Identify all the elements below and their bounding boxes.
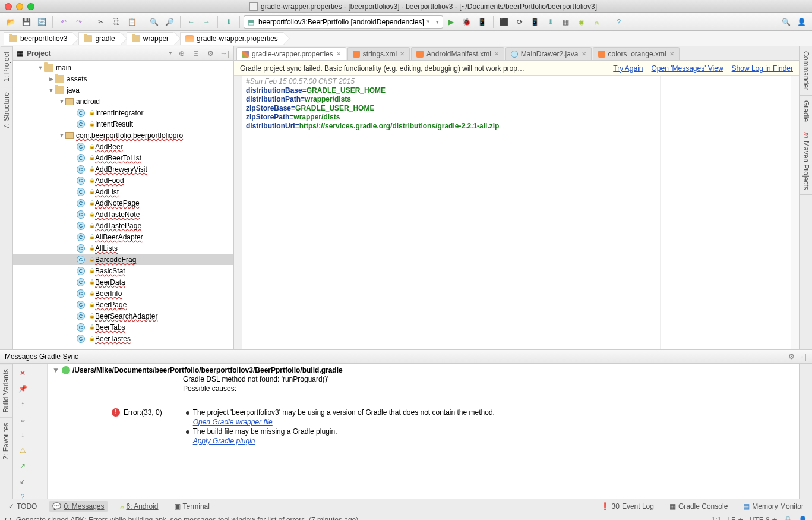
android-button[interactable]: ◉: [574, 15, 589, 29]
breadcrumb-item[interactable]: beerportfoliov3: [4, 32, 72, 45]
run-button[interactable]: ▶: [444, 15, 459, 29]
editor-tab[interactable]: MainDrawer2.java✕: [505, 47, 592, 60]
close-icon[interactable]: ✕: [15, 366, 30, 380]
export-button[interactable]: ↗: [15, 459, 30, 473]
forward-button[interactable]: →: [200, 15, 214, 29]
tree-package-android[interactable]: ▼android: [13, 96, 233, 107]
tree-class[interactable]: C🔒BeerInfo: [13, 288, 233, 299]
sync-button[interactable]: 🔄: [34, 15, 49, 29]
show-log-link[interactable]: Show Log in Finder: [732, 64, 793, 73]
line-separator[interactable]: LF ≑: [727, 516, 743, 521]
editor-tab[interactable]: colors_orange.xml✕: [593, 47, 680, 60]
tree-package-main[interactable]: ▼com.beerportfolio.beerportfoliopro: [13, 130, 233, 141]
favorites-tab[interactable]: 2: Favorites: [0, 417, 12, 465]
tree-class[interactable]: C🔒AddTasteNote: [13, 209, 233, 220]
filter-icon[interactable]: ⏛: [15, 412, 30, 427]
view-dropdown[interactable]: ▼: [168, 51, 173, 56]
tree-class[interactable]: C🔒IntentResult: [13, 118, 233, 130]
open-wrapper-file-link[interactable]: Open Gradle wrapper file: [193, 418, 273, 426]
build-variants-tab[interactable]: Build Variants: [0, 364, 12, 417]
warning-icon[interactable]: ⚠: [15, 443, 30, 458]
editor-tab[interactable]: AndroidManifest.xml✕: [411, 47, 504, 60]
undo-button[interactable]: ↶: [56, 15, 71, 29]
file-encoding[interactable]: UTF-8 ≑: [750, 516, 778, 521]
open-messages-link[interactable]: Open 'Messages' View: [652, 64, 723, 73]
find-button[interactable]: 🔍: [147, 15, 161, 29]
run-config-selector[interactable]: beerportfoliov3:BeerPprtfolio [androidDe…: [244, 15, 443, 29]
gradle-tool-tab[interactable]: Gradle: [800, 96, 812, 127]
search-everywhere-button[interactable]: 🔍: [779, 15, 793, 29]
hide-button[interactable]: →|: [797, 351, 807, 362]
lock-icon[interactable]: 🔓: [783, 516, 792, 521]
tree-class[interactable]: C🔒AllLists: [13, 242, 233, 254]
cursor-position[interactable]: 1:1: [712, 516, 722, 521]
zoom-window-button[interactable]: [27, 3, 34, 10]
breadcrumb-item[interactable]: gradle-wrapper.properties: [180, 32, 283, 45]
close-tab-icon[interactable]: ✕: [336, 51, 341, 57]
inspector-icon[interactable]: 👤: [798, 516, 807, 521]
settings-icon[interactable]: ⚙: [205, 48, 216, 59]
copy-button[interactable]: ⿻: [109, 15, 124, 29]
editor-tab[interactable]: strings.xml✕: [347, 47, 410, 60]
tree-class[interactable]: C🔒AddBeerToList: [13, 152, 233, 163]
settings-icon[interactable]: ⚙: [786, 351, 797, 362]
save-button[interactable]: 💾: [19, 15, 33, 29]
gradle-console-tab[interactable]: ▦ Gradle Console: [666, 501, 731, 512]
commander-tool-tab[interactable]: Commander: [800, 46, 812, 96]
close-tab-icon[interactable]: ✕: [582, 51, 586, 57]
apply-plugin-link[interactable]: Apply Gradle plugin: [193, 437, 255, 445]
android-icon[interactable]: ⍝: [590, 15, 604, 29]
tree-class[interactable]: C🔒IntentIntegrator: [13, 107, 233, 118]
tree-class[interactable]: C🔒AllBeerAdapter: [13, 231, 233, 242]
status-icon[interactable]: ▢: [5, 516, 11, 521]
code-editor[interactable]: #Sun Feb 15 00:57:00 ChST 2015 distribut…: [234, 76, 799, 349]
debug-button[interactable]: 🐞: [460, 15, 474, 29]
tree-class[interactable]: C🔒AddBeer: [13, 141, 233, 152]
tree-class[interactable]: C🔒AddList: [13, 186, 233, 197]
tree-class[interactable]: C🔒BeerTastes: [13, 333, 233, 344]
back-button[interactable]: ←: [184, 15, 198, 29]
tree-class[interactable]: C🔒AddNotePage: [13, 197, 233, 209]
try-again-link[interactable]: Try Again: [613, 64, 643, 73]
redo-button[interactable]: ↷: [72, 15, 86, 29]
messages-tab[interactable]: 💬 0: Messages: [49, 501, 108, 512]
code-content[interactable]: #Sun Feb 15 00:57:00 ChST 2015 distribut…: [242, 76, 660, 349]
structure-tool-tab[interactable]: 7: Structure: [1, 87, 12, 134]
next-error-button[interactable]: ↓: [15, 428, 30, 442]
avd-manager-button[interactable]: 📱: [528, 15, 542, 29]
sync-gradle-button[interactable]: ⟳: [513, 15, 527, 29]
tree-class[interactable]: C🔒BarcodeFrag: [13, 254, 233, 265]
tree-folder-java[interactable]: ▼java: [13, 84, 233, 96]
terminal-tab[interactable]: ▣ Terminal: [170, 501, 213, 512]
user-button[interactable]: 👤: [794, 15, 808, 29]
messages-content[interactable]: ▼ /Users/Mike/Documents/beerPortfolio/be…: [48, 364, 799, 499]
tree-class[interactable]: C🔒BeerTabs: [13, 322, 233, 333]
tree-class[interactable]: C🔒AddFood: [13, 175, 233, 186]
android-tab[interactable]: ⍝ 6: Android: [116, 501, 162, 512]
project-tool-tab[interactable]: 1: Project: [1, 46, 12, 87]
project-tree[interactable]: ▼main ▶assets ▼java ▼android C🔒IntentInt…: [13, 61, 233, 349]
tree-class[interactable]: C🔒BeerPage: [13, 299, 233, 310]
tree-class[interactable]: C🔒BeerData: [13, 276, 233, 288]
tree-folder-assets[interactable]: ▶assets: [13, 73, 233, 84]
replace-button[interactable]: 🔎: [162, 15, 176, 29]
maven-tool-tab[interactable]: m Maven Projects: [800, 127, 812, 195]
attach-debugger-button[interactable]: 📱: [475, 15, 489, 29]
memory-monitor-tab[interactable]: ▤ Memory Monitor: [740, 501, 807, 512]
close-tab-icon[interactable]: ✕: [494, 51, 499, 57]
prev-error-button[interactable]: ↑: [15, 397, 30, 411]
sdk-manager-button[interactable]: ⬇: [544, 15, 558, 29]
breadcrumb-item[interactable]: wrapper: [127, 32, 174, 45]
ddms-button[interactable]: ▦: [559, 15, 573, 29]
close-window-button[interactable]: [5, 3, 12, 10]
editor-tab[interactable]: gradle-wrapper.properties✕: [236, 47, 346, 60]
flatten-packages-button[interactable]: ⊟: [191, 48, 201, 59]
tree-class[interactable]: C🔒AddTastePage: [13, 220, 233, 231]
stop-button[interactable]: ⬛: [497, 15, 511, 29]
cut-button[interactable]: ✂: [94, 15, 108, 29]
hide-button[interactable]: →|: [219, 48, 230, 59]
error-file-path[interactable]: ▼ /Users/Mike/Documents/beerPortfolio/be…: [52, 366, 794, 374]
make-button[interactable]: ⬇: [222, 15, 236, 29]
event-log-tab[interactable]: ❗30 Event Log: [597, 501, 658, 512]
import-button[interactable]: ↙: [15, 474, 30, 489]
